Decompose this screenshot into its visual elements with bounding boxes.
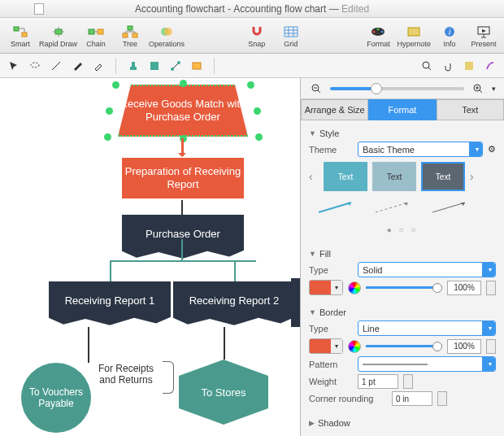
fill-color-chip[interactable]: ▾ [309,280,343,295]
svg-point-12 [377,28,380,30]
color-wheel-icon[interactable] [348,340,361,353]
hypernote-button[interactable]: Hypernote [397,20,431,52]
tab-format[interactable]: Format [368,99,436,120]
style-next-icon[interactable]: › [470,170,480,183]
flowchart-document[interactable]: Receiving Report 2 [173,281,295,327]
connector[interactable] [181,200,183,215]
corner-input[interactable]: 0 in [392,391,432,406]
border-opacity-slider[interactable] [366,345,442,347]
zoom-tool-icon[interactable] [419,59,434,73]
arrow-style-swatch[interactable] [372,199,413,217]
brush-tool-icon[interactable] [483,59,497,73]
border-type-label: Type [309,324,353,334]
style-prev-icon[interactable]: ‹ [309,170,319,183]
section-fill[interactable]: ▼Fill [309,249,496,259]
chain-button[interactable]: Chain [80,20,111,52]
section-border[interactable]: ▼Border [309,307,496,317]
connector[interactable] [224,327,225,360]
stamp-tool-icon[interactable] [126,59,141,73]
border-opacity-stepper[interactable] [486,339,496,354]
connector[interactable] [234,260,236,281]
selection-handle[interactable] [255,133,263,141]
operations-button[interactable]: Operations [149,20,185,52]
tab-arrange-size[interactable]: Arrange & Size [301,99,368,120]
pattern-select[interactable]: ▾ [358,356,496,372]
fill-type-select[interactable]: Solid▾ [358,262,496,277]
info-button[interactable]: iInfo [434,20,465,52]
selection-handle[interactable] [106,107,113,115]
connector-arrow[interactable] [181,138,184,156]
connector[interactable] [110,260,111,281]
section-shadow[interactable]: ▶Shadow [309,418,496,428]
format-button[interactable]: Format [363,20,393,52]
corner-stepper[interactable] [437,391,447,406]
fill-opacity-value[interactable]: 100% [447,281,481,295]
tab-text[interactable]: Text [437,99,504,120]
edited-label: Edited [341,3,369,15]
arrow-style-swatch[interactable] [315,199,356,217]
selection-handle[interactable] [104,133,111,141]
gear-icon[interactable]: ⚙ [488,144,496,155]
fill-opacity-slider[interactable] [366,286,442,289]
main-toolbar: Smart Rapid Draw Chain Tree Operations S… [0,18,504,54]
grid-button[interactable]: Grid [276,20,306,52]
text-tool-icon[interactable] [189,59,204,73]
present-button[interactable]: Present [468,20,499,52]
pen-tool-icon[interactable] [70,59,85,73]
arrow-style-swatch[interactable] [429,199,470,217]
annotation-bracket [163,361,174,394]
border-color-chip[interactable]: ▾ [309,338,343,354]
flowchart-shape-partial[interactable] [291,278,301,327]
zoom-slider[interactable] [330,87,464,90]
annotation-text[interactable]: For Receipts and Returns [89,363,163,386]
style-swatch-selected[interactable]: Text [421,162,465,191]
selection-handle[interactable] [254,107,261,115]
rapid-draw-button[interactable]: Rapid Draw [39,20,77,52]
flowchart-process[interactable]: Preparation of Receiving Report [122,158,244,198]
flowchart-connector[interactable]: To Vouchers Payable [21,363,91,433]
snap-button[interactable]: Snap [241,20,272,52]
chevron-down-icon[interactable]: ▾ [492,85,496,93]
eyedropper-tool-icon[interactable] [91,59,106,73]
pointer-tool-icon[interactable] [7,59,21,73]
section-style[interactable]: ▼Style [309,129,496,138]
zoom-out-icon[interactable] [309,81,324,96]
inspector-panel: ▾ Arrange & Size Format Text ▼Style Them… [301,78,504,436]
hand-tool-icon[interactable] [441,59,455,73]
canvas[interactable]: Receive Goods Match with Purchase Order … [0,78,301,436]
note-tool-icon[interactable] [462,59,476,73]
theme-label: Theme [309,145,353,155]
style-swatch[interactable]: Text [372,162,416,191]
color-wheel-icon[interactable] [348,281,361,294]
line-tool-icon[interactable] [49,59,63,73]
weight-label: Weight [309,377,353,386]
style-swatch[interactable]: Text [324,162,367,191]
weight-input[interactable]: 1 pt [358,374,398,389]
flowchart-process-selected[interactable]: Receive Goods Match with Purchase Order [118,85,248,137]
flowchart-offpage[interactable]: To Stores [179,360,268,425]
svg-point-9 [164,28,172,36]
border-opacity-value[interactable]: 100% [447,339,481,354]
svg-rect-7 [133,33,137,37]
zoom-in-icon[interactable] [471,81,485,96]
connector[interactable] [88,327,89,363]
lasso-tool-icon[interactable] [28,59,42,73]
page-dots[interactable]: ● ○ ○ [309,224,496,239]
theme-select[interactable]: Basic Theme▾ [358,142,483,157]
smart-button[interactable]: Smart [5,20,36,52]
weight-stepper[interactable] [403,374,413,389]
selection-handle[interactable] [112,81,119,89]
selection-handle[interactable] [180,80,187,87]
flowchart-document[interactable]: Receiving Report 1 [49,281,171,327]
shape-tool-icon[interactable] [147,59,162,73]
border-type-select[interactable]: Line▾ [358,320,496,336]
selection-handle[interactable] [247,81,254,89]
pattern-label: Pattern [309,360,353,369]
svg-rect-1 [22,33,27,37]
flowchart-document[interactable]: Purchase Order [122,215,244,260]
connector[interactable] [181,239,183,262]
connector-tool-icon[interactable] [168,59,183,73]
svg-rect-2 [55,29,62,34]
tree-button[interactable]: Tree [115,20,146,52]
fill-opacity-stepper[interactable] [486,281,496,295]
